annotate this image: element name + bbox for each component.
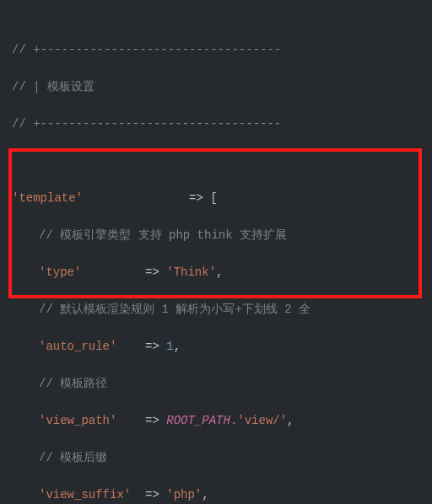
comment-rule-bottom: // +---------------------------------- xyxy=(12,115,432,133)
key-view-suffix: 'view_suffix' xyxy=(39,488,131,501)
view-suffix-line: 'view_suffix' => 'php', xyxy=(12,485,432,504)
key-template: 'template' xyxy=(12,191,83,205)
code-editor[interactable]: // +---------------------------------- /… xyxy=(0,0,432,504)
comment-title: // | 模板设置 xyxy=(12,78,432,96)
view-path-line: 'view_path' => ROOT_PATH.'view/', xyxy=(12,411,432,430)
key-auto-rule: 'auto_rule' xyxy=(39,340,116,353)
const-root-path: ROOT_PATH xyxy=(166,414,230,427)
type-line: 'type' => 'Think', xyxy=(12,263,432,281)
template-key-line: 'template' => [ xyxy=(12,189,432,207)
comment-path: // 模板路径 xyxy=(12,374,432,393)
key-view-path: 'view_path' xyxy=(39,414,116,427)
comment-engine: // 模板引擎类型 支持 php think 支持扩展 xyxy=(12,226,432,244)
comment-rule-top: // +---------------------------------- xyxy=(12,40,432,59)
key-type: 'type' xyxy=(39,265,81,279)
comment-suffix: // 模板后缀 xyxy=(12,448,432,467)
auto-rule-line: 'auto_rule' => 1, xyxy=(12,337,432,356)
comment-rule: // 默认模板渲染规则 1 解析为小写+下划线 2 全 xyxy=(12,300,432,319)
blank-line xyxy=(12,152,432,170)
